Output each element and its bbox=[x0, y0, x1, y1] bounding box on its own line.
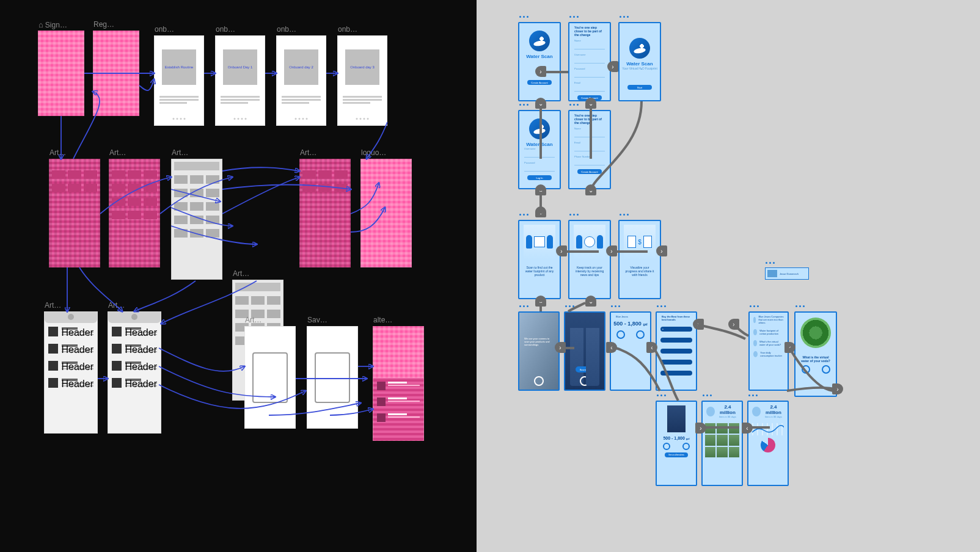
password-field[interactable] bbox=[524, 168, 555, 172]
list-item[interactable]: Header bbox=[45, 323, 97, 340]
onb-caption: Visualize your progress and share it wit… bbox=[620, 263, 660, 279]
artboard-art-r2-3[interactable]: Art… bbox=[171, 159, 222, 280]
screen-explore[interactable]: What is the virtual water of your soda? bbox=[794, 311, 837, 397]
onb-placeholder: Onboard day 3 bbox=[345, 49, 379, 85]
field-label: Email bbox=[574, 81, 610, 84]
artboard-signin[interactable]: Sign… bbox=[38, 31, 84, 116]
screen-splash[interactable]: Water Scan Your Virtual H₂O Footprint St… bbox=[618, 22, 661, 101]
profile-header: 2.4 millionliters in 30 days bbox=[703, 402, 742, 421]
list-item[interactable]: Header bbox=[45, 357, 97, 374]
mini-profile-card[interactable]: Jesse Domenech bbox=[765, 267, 809, 280]
artboard-dots bbox=[703, 394, 712, 396]
alternatives-button[interactable]: See an alternatives bbox=[665, 452, 688, 457]
screen-signup[interactable]: You're one step closer to be part of the… bbox=[568, 22, 611, 101]
flow-arrow-icon: › bbox=[555, 342, 566, 353]
artboard-art-r2-1[interactable]: Art… bbox=[49, 159, 100, 267]
ws-logo bbox=[529, 31, 550, 51]
username-field[interactable] bbox=[574, 60, 605, 64]
screen-product-detail[interactable]: 500 - 1,800 gal See an alternatives bbox=[656, 401, 697, 486]
artboard-label: Art… bbox=[300, 148, 316, 157]
artboard-list-1[interactable]: Art… Header Header Header Header bbox=[44, 311, 98, 434]
artboard-scan-1[interactable]: Art… bbox=[244, 326, 296, 429]
artboard-register[interactable]: Reg… bbox=[93, 31, 139, 116]
list-item[interactable]: Header bbox=[45, 374, 97, 391]
app-title: Water Scan bbox=[519, 142, 560, 147]
explore-question: What is the virtual water of your soda? bbox=[795, 353, 836, 365]
news-item[interactable]: Water footprint of cotton production bbox=[750, 327, 788, 338]
screen-onb-scan[interactable]: Scan to find out the water footprint of … bbox=[518, 220, 561, 299]
password-field[interactable] bbox=[574, 74, 605, 78]
screen-news[interactable]: Blue Jeans Companies that are more eco t… bbox=[748, 311, 789, 391]
artboard-label: onb… bbox=[338, 25, 357, 34]
screen-result[interactable]: Blue Jeans 500 - 1,800 gal bbox=[610, 311, 651, 391]
field-label: Email bbox=[574, 141, 610, 144]
news-item[interactable]: Blue Jeans Companies that are more eco t… bbox=[750, 313, 788, 327]
start-button[interactable]: Start bbox=[627, 85, 652, 90]
list-item[interactable]: Header bbox=[108, 323, 161, 340]
signup-heading: You're one step closer to be part of the… bbox=[569, 111, 610, 127]
shutter-button[interactable] bbox=[534, 376, 544, 386]
mockup-canvas-right[interactable]: Water Scan Create Account You're one ste… bbox=[477, 0, 980, 552]
screen-onb-track[interactable]: Keep track on your intensity by receivin… bbox=[568, 220, 611, 299]
artboard-art-r2-2[interactable]: Art… bbox=[109, 159, 160, 267]
artboard-label: Art… bbox=[109, 148, 126, 157]
name-field[interactable] bbox=[574, 134, 605, 137]
username-field[interactable] bbox=[524, 154, 555, 158]
list-item[interactable]: Header bbox=[108, 340, 161, 357]
scan-hint: We use your camera to scan your products… bbox=[519, 335, 558, 349]
artboard-label: Art… bbox=[49, 148, 66, 157]
screen-stats[interactable]: 2.4 millionliters in 30 days bbox=[747, 401, 789, 486]
artboard-label: Art… bbox=[108, 301, 125, 310]
explore-image bbox=[800, 318, 831, 348]
artboard-alte[interactable]: alte… bbox=[373, 326, 424, 441]
artboard-onb4[interactable]: onb… Onboard day 3 bbox=[337, 35, 387, 126]
ws-logo bbox=[529, 118, 550, 139]
screen-login[interactable]: Water Scan Username Password Log In bbox=[518, 110, 561, 189]
scan-frame bbox=[315, 352, 349, 403]
artboard-onb3[interactable]: onb… Onboard day 2 bbox=[276, 35, 326, 126]
screen-scanning[interactable]: Scanning bbox=[564, 311, 605, 391]
product-image bbox=[667, 405, 686, 432]
flow-arrow-icon: ⌄ bbox=[535, 206, 546, 217]
screen-welcome[interactable]: Water Scan Create Account bbox=[518, 22, 561, 101]
artboard-save[interactable]: Sav… bbox=[307, 326, 358, 429]
create-button[interactable]: Create Account bbox=[527, 80, 552, 85]
onb-dots bbox=[173, 118, 186, 120]
screen-signup-2[interactable]: You're one step closer to be part of the… bbox=[568, 110, 611, 189]
screen-feed[interactable]: Buy the Best from these best brands ● bbox=[656, 311, 697, 391]
shutter-button[interactable] bbox=[580, 376, 590, 386]
artboard-dots bbox=[766, 262, 775, 264]
artboard-art-r2-5[interactable]: Art… bbox=[299, 159, 351, 267]
artboard-logout[interactable]: loguo… bbox=[360, 159, 412, 267]
mini-thumb bbox=[767, 270, 777, 277]
login-button[interactable]: Log In bbox=[527, 175, 552, 180]
list-item[interactable]: Header bbox=[108, 374, 161, 391]
list-item[interactable]: Header bbox=[108, 357, 161, 374]
artboard-list-2[interactable]: Art… Header Header Header Header bbox=[108, 311, 161, 434]
screen-onb-share[interactable]: $ Visualize your progress and share it w… bbox=[618, 220, 661, 299]
flow-arrow-icon: ‹ bbox=[646, 342, 657, 353]
wireframe-canvas-left[interactable]: Sign… Reg… onb… Establish Routine onb… O… bbox=[0, 0, 477, 552]
list-item[interactable]: Header bbox=[45, 340, 97, 357]
phone-field[interactable] bbox=[574, 162, 605, 165]
email-field[interactable] bbox=[574, 88, 605, 92]
screen-profile-grid[interactable]: 2.4 millionliters in 30 days bbox=[701, 401, 743, 486]
flow-arrow-icon: › bbox=[556, 245, 567, 256]
field-label: Name bbox=[574, 127, 610, 130]
artboard-onb1[interactable]: onb… Establish Routine bbox=[154, 35, 204, 126]
photo-grid[interactable] bbox=[703, 421, 742, 460]
artboard-label: onb… bbox=[155, 25, 174, 34]
screen-camera[interactable]: We use your camera to scan your products… bbox=[518, 311, 560, 391]
flow-arrow-icon: › bbox=[728, 319, 739, 330]
artboard-dots bbox=[750, 305, 759, 307]
onb-dots bbox=[234, 118, 247, 120]
name-field[interactable] bbox=[574, 46, 605, 49]
flow-arrow-icon: › bbox=[832, 383, 843, 394]
onb-text bbox=[343, 96, 382, 112]
create-button[interactable]: Create Account bbox=[577, 169, 602, 174]
news-item[interactable]: Your daily consumption tracker bbox=[750, 349, 788, 360]
news-item[interactable]: What's the virtual water of your soda? bbox=[750, 338, 788, 349]
artboard-onb2[interactable]: onb… Onboard Day 1 bbox=[215, 35, 265, 126]
app-title: Water Scan bbox=[519, 54, 560, 59]
email-field[interactable] bbox=[574, 148, 605, 151]
